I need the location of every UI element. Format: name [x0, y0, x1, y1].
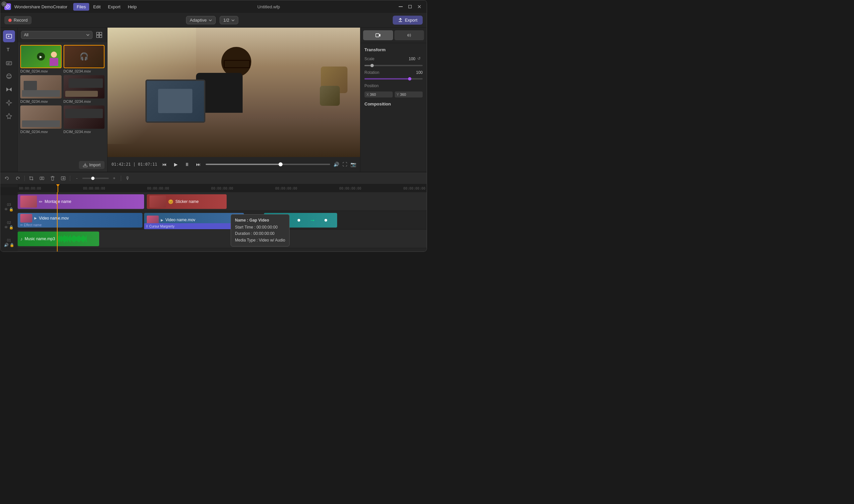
svg-rect-18	[96, 35, 99, 38]
sidebar-effects-icon[interactable]	[3, 97, 15, 109]
scale-dropdown[interactable]: 1/2	[220, 16, 238, 24]
wbar	[86, 236, 87, 242]
zoom-in-button[interactable]: +	[110, 174, 118, 182]
replace-button[interactable]	[59, 174, 67, 182]
wbar	[76, 237, 76, 241]
ruler-mark: 00:00:00:00	[19, 187, 41, 190]
timeline-ruler: 00:00:00:00 00:00:00:00 00:00:00:00 00:0…	[18, 184, 427, 192]
svg-rect-1	[399, 6, 403, 7]
record-button[interactable]: Record	[4, 16, 32, 24]
crop-button[interactable]	[27, 174, 35, 182]
zoom-control: - +	[73, 174, 118, 182]
menu-help[interactable]: Help	[124, 3, 140, 11]
pos-x-field[interactable]: X 360	[364, 91, 393, 97]
track-lock-icon[interactable]: 🔒	[9, 225, 14, 230]
play-button[interactable]: ▶	[172, 160, 180, 168]
zoom-slider[interactable]	[82, 178, 109, 179]
cursor-clip[interactable]: II Cursur Margrerty II	[144, 223, 244, 229]
zoom-thumb[interactable]	[91, 177, 94, 180]
sidebar-text-icon[interactable]: T	[3, 43, 15, 56]
wbar	[60, 236, 60, 241]
skip-back-button[interactable]: ⏮	[160, 160, 168, 168]
adaptive-label: Adaptive	[190, 18, 207, 23]
video-clip-1[interactable]: ▶ Video name.mov ✏ Effect name	[18, 213, 142, 228]
adaptive-dropdown[interactable]: Adaptive	[186, 16, 216, 24]
fullscreen-button[interactable]: ⛶	[342, 162, 347, 167]
media-item[interactable]: DCIM_0234.mov	[20, 106, 61, 134]
close-button[interactable]	[416, 3, 423, 10]
pause-button[interactable]: ⏸	[183, 160, 191, 168]
rotation-slider[interactable]	[364, 78, 423, 79]
timeline-ruler-and-tracks: 00:00:00:00 00:00:00:00 00:00:00:00 00:0…	[18, 184, 427, 252]
sticker-clip[interactable]: 😊 Sticker name	[147, 194, 227, 209]
svg-rect-20	[83, 166, 87, 167]
redo-button[interactable]	[14, 174, 22, 182]
split-button[interactable]	[38, 174, 46, 182]
pos-y-value: 360	[400, 92, 406, 96]
sidebar-pin-icon[interactable]	[3, 110, 15, 122]
wbar	[85, 237, 86, 241]
timeline-playhead[interactable]	[57, 184, 58, 192]
sticker-clip-label: Sticker name	[175, 199, 199, 204]
track-num: 03	[7, 203, 11, 206]
sidebar-sticker-icon[interactable]	[3, 70, 15, 82]
scale-slider[interactable]	[364, 65, 423, 66]
tab-video[interactable]	[363, 30, 393, 40]
track-lock-icon[interactable]: 🔒	[10, 243, 14, 247]
cursor-clip-label: Cursur Margrerty	[149, 224, 175, 228]
media-filter-dropdown[interactable]: All	[21, 31, 92, 39]
menu-files[interactable]: Files	[73, 3, 89, 11]
track-lock-icon[interactable]: 🔒	[9, 207, 14, 212]
ruler-mark: 00:00:00:00	[211, 187, 233, 190]
media-item[interactable]: DCIM_0234.mov	[64, 106, 105, 134]
track-eye-icon[interactable]: 👁	[4, 207, 8, 212]
music-clip[interactable]: ♪ Music name.mp3	[18, 232, 99, 246]
svg-point-11	[7, 75, 8, 76]
screenshot-button[interactable]: 📷	[351, 162, 356, 167]
tab-audio[interactable]	[394, 30, 424, 40]
menu-edit[interactable]: Edit	[90, 3, 104, 11]
wbar	[62, 237, 63, 241]
svg-rect-21	[376, 34, 379, 37]
media-item-name: DCIM_0234.mov	[64, 69, 105, 73]
skip-forward-button[interactable]: ⏭	[194, 160, 202, 168]
sidebar-caption-icon[interactable]	[3, 57, 15, 69]
pos-y-field[interactable]: Y 360	[395, 91, 423, 97]
sidebar-media-icon[interactable]	[3, 30, 15, 42]
main-content: T All	[0, 28, 427, 172]
undo-button[interactable]	[3, 174, 11, 182]
progress-thumb[interactable]	[279, 162, 283, 166]
maximize-button[interactable]	[407, 3, 413, 10]
menu-export[interactable]: Export	[105, 3, 124, 11]
playback-progress[interactable]	[206, 164, 330, 165]
separator	[70, 176, 70, 181]
media-item[interactable]: 🎧 DCIM_0234.mov	[64, 45, 105, 73]
volume-button[interactable]: 🔊	[334, 162, 339, 167]
montage-clip[interactable]: ✏ Montage name	[18, 194, 144, 209]
export-button[interactable]: Export	[393, 16, 423, 24]
delete-button[interactable]	[49, 174, 57, 182]
gap-tooltip-title: Name : Gap Video	[235, 217, 285, 223]
play-overlay: ▶	[37, 53, 45, 60]
scale-reset-button[interactable]: ↺	[417, 56, 423, 61]
minimize-button[interactable]	[397, 3, 404, 10]
mic-button[interactable]: 🎙	[124, 174, 132, 182]
wbar	[83, 235, 84, 242]
zoom-out-button[interactable]: -	[73, 174, 81, 182]
track-eye-icon[interactable]: 👁	[4, 225, 8, 230]
preview-video: ›	[107, 28, 360, 157]
media-item[interactable]: ▶ DCIM_0234.mov	[20, 45, 61, 73]
wbar	[73, 236, 74, 242]
app-window: Wondershare DemoCreator Files Edit Expor…	[0, 0, 427, 252]
sidebar-transition-icon[interactable]	[3, 84, 15, 95]
export-label: Export	[405, 18, 417, 23]
record-indicator	[8, 19, 12, 22]
grid-toggle-button[interactable]	[94, 30, 104, 40]
media-item[interactable]: DCIM_0234.mov	[64, 75, 105, 104]
import-button[interactable]: Import	[79, 161, 105, 169]
media-item[interactable]: DCIM_0234.mov	[20, 75, 61, 104]
title-bar: Wondershare DemoCreator Files Edit Expor…	[0, 0, 427, 13]
preview-area: › 01:42:21 | 01:07:11 ⏮ ▶ ⏸ ⏭ 🔊 ⛶ 📷	[107, 28, 360, 172]
track-sound-icon[interactable]: 🔊	[4, 243, 8, 247]
svg-rect-22	[40, 177, 41, 180]
